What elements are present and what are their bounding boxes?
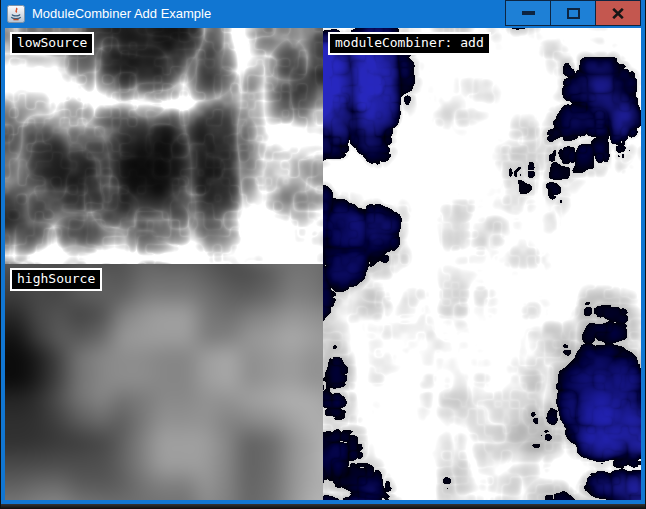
window-shadow	[1, 504, 645, 509]
left-column: lowSource highSource	[5, 28, 323, 500]
low-source-label: lowSource	[10, 32, 94, 55]
panel-low-source: lowSource	[5, 28, 323, 264]
maximize-button[interactable]	[550, 0, 596, 26]
minimize-button[interactable]	[505, 0, 551, 26]
screen: ModuleCombiner Add Example	[0, 0, 646, 509]
high-source-canvas	[5, 264, 323, 500]
window-title: ModuleCombiner Add Example	[32, 0, 505, 28]
content-area: lowSource highSource moduleCombiner: add	[1, 28, 645, 504]
java-coffee-cup-icon	[7, 5, 25, 23]
maximize-icon	[567, 8, 580, 19]
titlebar[interactable]: ModuleCombiner Add Example	[1, 0, 645, 28]
panel-module-combiner: moduleCombiner: add	[323, 28, 641, 500]
low-source-canvas	[5, 28, 323, 264]
close-icon	[612, 8, 624, 19]
minimize-icon	[522, 11, 535, 15]
app-window: ModuleCombiner Add Example	[1, 0, 645, 504]
high-source-label: highSource	[10, 268, 102, 291]
window-controls	[505, 0, 641, 28]
module-combiner-label: moduleCombiner: add	[328, 32, 491, 55]
close-button[interactable]	[595, 0, 641, 26]
module-combiner-canvas	[323, 28, 641, 500]
panel-high-source: highSource	[5, 264, 323, 500]
